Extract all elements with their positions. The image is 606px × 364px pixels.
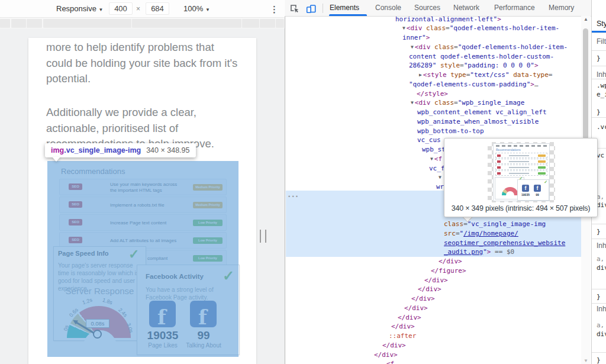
code-token: inner" [402, 34, 426, 41]
viewport-height-input[interactable]: 684 [146, 2, 169, 15]
source-link[interactable]: _audit.png [444, 248, 483, 256]
code-line[interactable]: ▼<div class="qodef-elements-holder-item- [286, 24, 581, 33]
scrollbar-thumb[interactable] [583, 28, 588, 140]
element-dimensions-tooltip: img.vc_single_image-img 340 × 348.95 [45, 143, 196, 157]
code-token: "qodef-elements-holder-item- [458, 43, 568, 51]
inspect-element-icon[interactable] [289, 4, 299, 14]
page-text-line: potential. [46, 71, 241, 87]
styles-separator [592, 117, 606, 118]
code-line[interactable]: 286289" style="padding: 0 0 0 0"> [286, 61, 581, 70]
code-line[interactable]: _audit.png"> == $0 [286, 247, 581, 257]
source-link[interactable]: seoptimer_comprehensive_website [444, 239, 565, 247]
code-token: <style [423, 71, 450, 79]
code-token: ▶ [419, 70, 422, 80]
code-line[interactable]: </div> [286, 294, 581, 304]
scroll-down-icon[interactable]: ▼ [581, 358, 591, 363]
code-line[interactable]: </figure> [286, 266, 581, 276]
code-token: </div> [424, 276, 448, 284]
tab-sources[interactable]: Sources [414, 4, 440, 12]
code-line[interactable]: seoptimer_comprehensive_website [286, 239, 581, 248]
screenshot-root: Responsive ▼ 400 × 684 100% ▼ ⋮ more to … [0, 0, 606, 364]
code-line[interactable]: ▼<div class="wpb_single_image [286, 98, 581, 108]
media-query-segment[interactable] [27, 19, 42, 28]
styles-fragment: .vc [597, 123, 606, 131]
tab-styles[interactable]: Sty [597, 20, 606, 28]
tooltip-arrow [52, 157, 60, 162]
source-link[interactable]: /img/homepage/ [463, 230, 518, 237]
tab-network[interactable]: Network [453, 4, 479, 12]
code-token: vc_cus [417, 136, 441, 144]
code-line[interactable]: src="/img/homepage/ [286, 229, 581, 239]
styles-fragment: div [597, 330, 606, 338]
styles-separator [592, 79, 606, 79]
mini-seo-badge [497, 154, 501, 157]
dimension-separator: × [136, 5, 140, 13]
styles-separator [592, 224, 606, 224]
code-line[interactable]: </div> [286, 304, 581, 313]
tab-console[interactable]: Console [375, 4, 401, 12]
zoom-select[interactable]: 100% ▼ [183, 4, 210, 13]
code-line[interactable]: inner"> [286, 33, 581, 43]
code-line[interactable]: "qodef-elements-custom-padding">… [286, 80, 581, 89]
image-preview-thumbnail: Recommendations ✓ ✓ f f 19035 99 [493, 143, 550, 201]
chevron-down-icon: ▼ [205, 7, 210, 12]
styles-fragment: .wp [597, 82, 606, 89]
code-line[interactable]: </div> [286, 322, 581, 331]
code-line[interactable]: </div> [286, 257, 581, 266]
media-query-segment[interactable] [11, 19, 26, 28]
code-token: = [446, 24, 450, 32]
media-query-segment[interactable] [0, 19, 10, 28]
page-text-line: more to help identify problems that [46, 40, 241, 56]
media-query-segment[interactable] [242, 19, 259, 28]
code-line[interactable]: content qodef-elements-holder-custom- [286, 52, 581, 62]
code-line[interactable]: </div> [286, 285, 581, 294]
transparency-checkerboard: Recommendations ✓ ✓ f f 19035 99 [488, 142, 555, 202]
code-line[interactable]: <f [286, 359, 581, 364]
viewport-width-input[interactable]: 400 [109, 2, 133, 15]
styles-fragment: } [597, 356, 601, 364]
code-token: > [534, 62, 539, 69]
rendered-page[interactable]: more to help identify problems thatcould… [28, 38, 256, 364]
media-query-bar[interactable] [0, 18, 284, 28]
page-paragraph: more to help identify problems thatcould… [46, 40, 241, 87]
code-line[interactable]: wpb_animate_when_almost_visible [286, 117, 581, 127]
code-line[interactable]: wpb_content_element vc_align_left [286, 108, 581, 117]
code-line[interactable]: </div> [286, 341, 581, 350]
tab-performance[interactable]: Performance [494, 4, 535, 12]
code-line[interactable]: </style> [286, 89, 581, 99]
code-line[interactable]: wpb_bottom-to-top [286, 127, 581, 136]
code-token: data-type [513, 71, 549, 79]
styles-fragment: } [597, 108, 601, 116]
code-token: ••• [288, 194, 299, 199]
code-line[interactable]: ▼<div class="qodef-elements-holder-item- [286, 43, 581, 52]
toggle-device-toolbar-icon[interactable] [306, 4, 316, 14]
code-line[interactable]: </div> [286, 350, 581, 360]
code-token: </div> [398, 314, 421, 321]
mini-priority-badge [538, 160, 546, 163]
code-token: 286289" [409, 62, 440, 69]
code-line[interactable]: ::after [286, 331, 581, 341]
media-query-segment[interactable] [132, 19, 241, 28]
tab-memory[interactable]: Memory [549, 4, 574, 12]
code-line[interactable]: class="vc_single_image-img [286, 220, 581, 229]
code-token: vc_f [429, 165, 445, 172]
media-query-segment[interactable] [43, 19, 131, 28]
viewport-resize-handle[interactable] [260, 230, 266, 243]
device-toolbar: Responsive ▼ 400 × 684 100% ▼ ⋮ [0, 0, 284, 18]
media-query-segment[interactable] [260, 19, 275, 28]
styles-fragment: } [597, 54, 601, 62]
tab-elements[interactable]: Elements [330, 4, 359, 12]
code-line[interactable]: horizontal-alignment-left"> [286, 16, 581, 24]
media-query-segment[interactable] [276, 19, 284, 28]
code-token: style [440, 62, 460, 69]
code-token: = [456, 230, 460, 237]
code-token: </div> [374, 351, 398, 359]
device-mode-select[interactable]: Responsive ▼ [56, 4, 103, 13]
code-token: </div> [411, 295, 435, 302]
code-line[interactable]: </div> [286, 276, 581, 285]
code-line[interactable]: </div> [286, 313, 581, 323]
code-line[interactable]: ▶<style type="text/css" data-type= [286, 70, 581, 80]
inspect-highlight-overlay [47, 161, 238, 357]
more-options-icon[interactable]: ⋮ [270, 4, 279, 15]
scroll-up-icon[interactable]: ▲ [581, 17, 591, 22]
